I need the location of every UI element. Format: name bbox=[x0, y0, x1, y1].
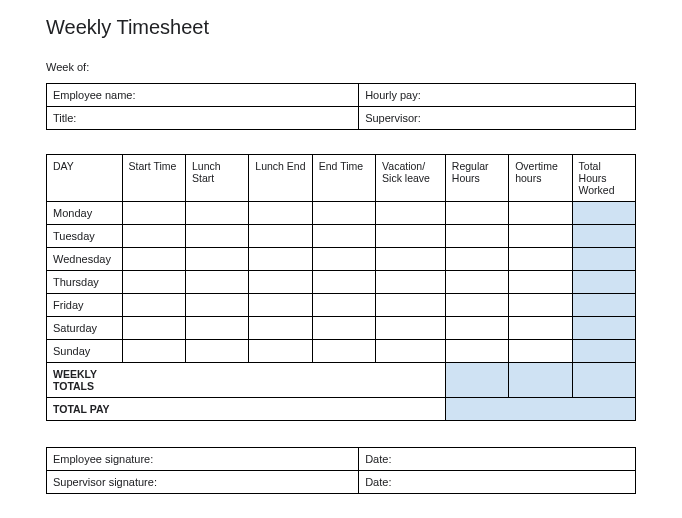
supervisor-signature-label: Supervisor signature: bbox=[47, 471, 359, 494]
cell bbox=[312, 340, 375, 363]
total-cell bbox=[572, 248, 635, 271]
total-cell bbox=[572, 294, 635, 317]
employee-signature-date-label: Date: bbox=[359, 448, 636, 471]
cell bbox=[249, 225, 312, 248]
cell bbox=[249, 202, 312, 225]
cell bbox=[122, 294, 185, 317]
col-lunch-start: Lunch Start bbox=[185, 155, 248, 202]
total-cell bbox=[572, 225, 635, 248]
col-regular-hours: Regular Hours bbox=[445, 155, 508, 202]
cell bbox=[185, 271, 248, 294]
day-label: Friday bbox=[47, 294, 123, 317]
week-of-label: Week of: bbox=[46, 61, 636, 73]
total-pay-row: TOTAL PAY bbox=[47, 398, 636, 421]
cell bbox=[312, 317, 375, 340]
cell bbox=[509, 294, 572, 317]
cell bbox=[122, 202, 185, 225]
total-pay-label: TOTAL PAY bbox=[47, 398, 123, 421]
table-row: Tuesday bbox=[47, 225, 636, 248]
cell bbox=[376, 340, 446, 363]
col-day: DAY bbox=[47, 155, 123, 202]
weekly-totals-label: WEEKLY TOTALS bbox=[47, 363, 123, 398]
cell bbox=[509, 317, 572, 340]
cell bbox=[122, 225, 185, 248]
supervisor-label: Supervisor: bbox=[359, 107, 636, 130]
table-row: Supervisor signature: Date: bbox=[47, 471, 636, 494]
weekly-totals-row: WEEKLY TOTALS bbox=[47, 363, 636, 398]
cell bbox=[445, 225, 508, 248]
page-title: Weekly Timesheet bbox=[46, 16, 636, 39]
total-cell bbox=[572, 340, 635, 363]
signature-table: Employee signature: Date: Supervisor sig… bbox=[46, 447, 636, 494]
cell bbox=[312, 271, 375, 294]
cell bbox=[509, 340, 572, 363]
cell bbox=[249, 317, 312, 340]
table-row: Thursday bbox=[47, 271, 636, 294]
cell bbox=[376, 317, 446, 340]
cell bbox=[509, 248, 572, 271]
cell bbox=[445, 271, 508, 294]
cell bbox=[249, 294, 312, 317]
title-label: Title: bbox=[47, 107, 359, 130]
cell bbox=[249, 271, 312, 294]
day-label: Tuesday bbox=[47, 225, 123, 248]
cell bbox=[312, 202, 375, 225]
weekly-total-regular bbox=[445, 363, 508, 398]
total-cell bbox=[572, 317, 635, 340]
total-cell bbox=[572, 202, 635, 225]
total-pay-cell bbox=[445, 398, 508, 421]
cell bbox=[376, 202, 446, 225]
cell bbox=[249, 248, 312, 271]
day-label: Monday bbox=[47, 202, 123, 225]
cell bbox=[249, 340, 312, 363]
col-end-time: End Time bbox=[312, 155, 375, 202]
cell bbox=[445, 248, 508, 271]
cell bbox=[376, 225, 446, 248]
cell bbox=[122, 271, 185, 294]
cell bbox=[122, 248, 185, 271]
hourly-pay-label: Hourly pay: bbox=[359, 84, 636, 107]
cell bbox=[445, 294, 508, 317]
cell bbox=[509, 271, 572, 294]
col-total-hours: Total Hours Worked bbox=[572, 155, 635, 202]
cell bbox=[376, 248, 446, 271]
cell bbox=[376, 271, 446, 294]
day-label: Wednesday bbox=[47, 248, 123, 271]
col-start-time: Start Time bbox=[122, 155, 185, 202]
cell bbox=[122, 340, 185, 363]
day-label: Saturday bbox=[47, 317, 123, 340]
table-row: Employee name: Hourly pay: bbox=[47, 84, 636, 107]
cell bbox=[185, 340, 248, 363]
cell bbox=[445, 340, 508, 363]
supervisor-signature-date-label: Date: bbox=[359, 471, 636, 494]
cell bbox=[122, 317, 185, 340]
weekly-total-hours bbox=[572, 363, 635, 398]
table-row: Friday bbox=[47, 294, 636, 317]
table-row: Sunday bbox=[47, 340, 636, 363]
cell bbox=[185, 317, 248, 340]
table-row: Wednesday bbox=[47, 248, 636, 271]
employee-info-table: Employee name: Hourly pay: Title: Superv… bbox=[46, 83, 636, 130]
table-row: Monday bbox=[47, 202, 636, 225]
weekly-total-overtime bbox=[509, 363, 572, 398]
day-label: Thursday bbox=[47, 271, 123, 294]
total-cell bbox=[572, 271, 635, 294]
cell bbox=[509, 225, 572, 248]
cell bbox=[312, 248, 375, 271]
cell bbox=[445, 317, 508, 340]
table-row: Employee signature: Date: bbox=[47, 448, 636, 471]
table-row: Saturday bbox=[47, 317, 636, 340]
cell bbox=[185, 248, 248, 271]
table-row: Title: Supervisor: bbox=[47, 107, 636, 130]
col-overtime-hours: Overtime hours bbox=[509, 155, 572, 202]
cell bbox=[509, 202, 572, 225]
cell bbox=[312, 294, 375, 317]
cell bbox=[376, 294, 446, 317]
cell bbox=[185, 202, 248, 225]
cell bbox=[185, 225, 248, 248]
cell bbox=[312, 225, 375, 248]
table-header-row: DAY Start Time Lunch Start Lunch End End… bbox=[47, 155, 636, 202]
cell bbox=[185, 294, 248, 317]
cell bbox=[445, 202, 508, 225]
col-vacation: Vacation/ Sick leave bbox=[376, 155, 446, 202]
